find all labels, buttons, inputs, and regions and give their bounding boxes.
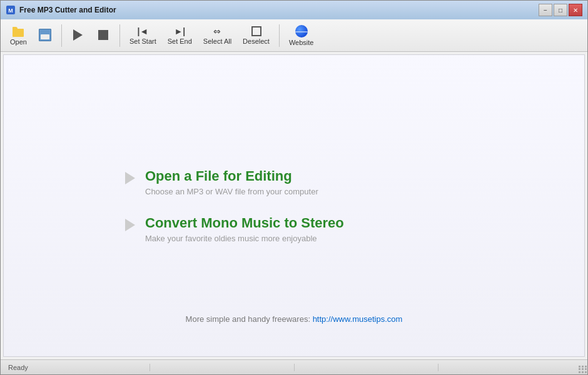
set-end-label: Set End [168, 38, 192, 45]
window-title: Free MP3 Cutter and Editor [19, 6, 535, 14]
item2-text: Convert Mono Music to Stereo Make your f… [145, 215, 344, 243]
status-text: Ready [8, 364, 28, 371]
open-label: Open [10, 38, 27, 46]
select-all-button[interactable]: ⇔ Select All [198, 22, 237, 49]
separator-1 [61, 24, 62, 47]
toolbar-group-selection: |◄ Set Start ►| Set End ⇔ Select All Des… [124, 22, 275, 49]
maximize-button[interactable]: □ [554, 4, 567, 16]
select-all-icon: ⇔ [213, 26, 221, 36]
status-sections: Ready [6, 364, 582, 371]
status-section-1: Ready [6, 364, 150, 371]
convert-item[interactable]: Convert Mono Music to Stereo Make your f… [125, 215, 463, 243]
separator-2 [119, 24, 120, 47]
deselect-label: Deselect [243, 38, 270, 45]
stop-icon [98, 30, 108, 40]
open-file-item[interactable]: Open a File for Editing Choose an MP3 or… [125, 168, 463, 196]
website-icon [295, 25, 308, 38]
item1-arrow-icon [125, 172, 135, 184]
play-icon [73, 29, 83, 41]
set-start-icon: |◄ [137, 26, 148, 36]
item2-title: Convert Mono Music to Stereo [145, 215, 344, 231]
open-icon [11, 26, 25, 37]
main-window: M Free MP3 Cutter and Editor − □ ✕ Open [0, 0, 588, 375]
status-section-3 [295, 364, 439, 371]
deselect-button[interactable]: Deselect [237, 22, 275, 49]
footer-text: More simple and handy freewares: [186, 314, 310, 324]
website-link[interactable]: http://www.musetips.com [313, 314, 403, 324]
window-controls: − □ ✕ [539, 4, 582, 16]
status-bar: Ready [1, 359, 587, 374]
svg-text:M: M [8, 8, 13, 14]
separator-3 [279, 24, 280, 47]
app-icon: M [6, 5, 16, 15]
item2-arrow-icon [125, 219, 135, 231]
toolbar: Open |◄ Set Start [1, 19, 587, 52]
toolbar-group-open-save: Open [4, 22, 58, 49]
item2-description: Make your favorite oldies music more enj… [145, 234, 344, 243]
set-end-icon: ►| [174, 26, 185, 36]
resize-grip[interactable] [579, 366, 586, 373]
save-button[interactable] [33, 22, 58, 49]
title-bar: M Free MP3 Cutter and Editor − □ ✕ [1, 1, 587, 19]
website-label: Website [289, 39, 314, 46]
item1-title: Open a File for Editing [145, 168, 318, 184]
select-all-label: Select All [203, 38, 231, 45]
footer-area: More simple and handy freewares: http://… [186, 314, 403, 324]
status-section-2 [150, 364, 295, 371]
close-button[interactable]: ✕ [569, 4, 582, 16]
set-start-button[interactable]: |◄ Set Start [124, 22, 162, 49]
toolbar-group-playback [66, 22, 116, 49]
stop-button[interactable] [91, 22, 116, 49]
status-section-4 [438, 364, 582, 371]
deselect-icon [251, 26, 261, 36]
set-start-label: Set Start [129, 38, 156, 45]
item1-text: Open a File for Editing Choose an MP3 or… [145, 168, 318, 196]
item1-description: Choose an MP3 or WAV file from your comp… [145, 187, 318, 196]
open-button[interactable]: Open [4, 22, 33, 49]
set-end-button[interactable]: ►| Set End [162, 22, 198, 49]
website-button[interactable]: Website [283, 22, 320, 49]
main-content: Open a File for Editing Choose an MP3 or… [3, 54, 585, 357]
save-icon [39, 29, 51, 41]
minimize-button[interactable]: − [539, 4, 552, 16]
play-button[interactable] [66, 22, 91, 49]
